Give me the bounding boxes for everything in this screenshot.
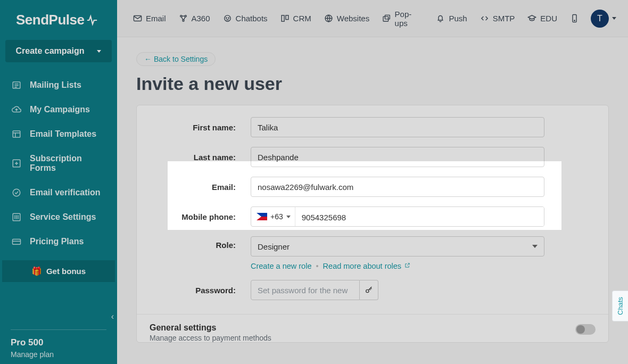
graduation-icon [527,14,536,23]
phone-icon[interactable] [570,14,579,23]
cloud-upload-icon [12,105,21,114]
topnav-item-label: Push [449,14,467,23]
country-code-text: +63 [270,212,283,221]
form-icon [12,159,21,168]
last-name-input[interactable] [251,147,544,167]
sidebar-item-email-verification[interactable]: Email verification [0,180,117,205]
topnav-item-label: Email [146,14,166,23]
password-label: Password: [150,286,251,295]
row-last-name: Last name: [150,147,596,167]
svg-point-12 [228,18,228,18]
section-general-settings: General settings Manage access to paymen… [150,315,596,342]
bot-icon [223,14,232,23]
credit-card-icon [12,237,21,246]
sidebar-item-label: My Campaigns [30,105,90,114]
topnav-item-label: EDU [540,14,557,23]
create-campaign-label: Create campaign [16,46,85,56]
collapse-sidebar-button[interactable]: ‹ [111,312,114,321]
topnav-websites[interactable]: Websites [324,14,369,23]
create-role-link[interactable]: Create a new role [251,262,311,270]
last-name-label: Last name: [150,153,251,162]
email-input[interactable] [251,177,544,197]
sidebar-item-my-campaigns[interactable]: My Campaigns [0,97,117,122]
create-campaign-button[interactable]: Create campaign [5,40,112,62]
mail-icon [133,14,142,23]
sidebar-item-email-templates[interactable]: Email Templates [0,122,117,146]
separator-dot: • [316,262,318,270]
row-first-name: First name: [150,117,596,137]
sidebar-item-service-settings[interactable]: Service Settings [0,205,117,229]
svg-point-9 [182,20,184,21]
get-bonus-button[interactable]: 🎁 Get bonus [2,260,115,282]
automation-icon [179,14,188,23]
topnav-item-label: Websites [337,14,369,23]
manage-plan-link[interactable]: Manage plan [11,350,106,359]
kanban-icon [280,14,290,23]
topnav-crm[interactable]: CRM [280,14,311,23]
list-icon [12,80,21,90]
payment-access-toggle[interactable] [575,324,596,335]
topnav-a360[interactable]: A360 [179,14,210,23]
chevron-down-icon [97,50,101,53]
topnav-smtp[interactable]: SMTP [480,14,515,23]
generate-password-button[interactable] [360,280,378,300]
svg-rect-13 [282,15,284,21]
user-menu[interactable]: T [591,10,616,28]
sidebar-item-label: Mailing Lists [30,80,81,90]
bell-icon [436,14,445,23]
read-more-roles-link[interactable]: Read more about roles [323,262,411,270]
topnav-item-label: Pop-ups [395,10,424,28]
role-label: Role: [150,236,251,250]
plan-area: Pro 500 Manage plan [11,329,106,359]
country-code-selector[interactable]: +63 [251,207,295,226]
sidebar: SendPulse Create campaign Mailing Lists … [0,0,117,364]
key-icon [365,286,373,294]
topbar-right: T [570,10,616,28]
svg-rect-1 [13,131,20,137]
back-label: Back to Settings [154,55,208,63]
brand-logo: SendPulse [0,6,117,40]
row-role: Role: Designer Create a new role • Read … [150,236,596,270]
topnav-chatbots[interactable]: Chatbots [223,14,268,23]
password-input[interactable] [251,280,360,300]
phone-label: Mobile phone: [150,212,251,221]
topnav-edu[interactable]: EDU [527,14,557,23]
first-name-input[interactable] [251,117,544,137]
row-password: Password: [150,280,596,300]
sidebar-item-label: Email verification [30,188,101,197]
sidebar-item-label: Service Settings [30,212,96,222]
svg-point-19 [574,20,575,21]
sidebar-item-label: Email Templates [30,129,96,139]
code-icon [480,14,489,23]
svg-rect-17 [385,15,390,19]
brand-text: SendPulse [16,12,84,28]
svg-point-8 [185,15,186,17]
avatar-initial: T [597,14,602,23]
pulse-icon [86,14,98,26]
sidebar-item-pricing-plans[interactable]: Pricing Plans [0,229,117,254]
first-name-label: First name: [150,123,251,132]
role-links: Create a new role • Read more about role… [251,262,544,270]
external-link-icon [404,262,410,268]
row-email: Email: [150,177,596,197]
topnav-popups[interactable]: Pop-ups [382,10,423,28]
chevron-down-icon [612,17,616,20]
sidebar-item-subscription-forms[interactable]: Subscription Forms [0,146,117,180]
sidebar-item-label: Subscription Forms [30,154,105,173]
phone-number-input[interactable] [295,207,544,227]
svg-point-7 [180,15,181,17]
topnav-item-label: Chatbots [236,14,268,23]
section-title: General settings [150,323,271,333]
topnav-item-label: A360 [192,14,210,23]
sidebar-item-mailing-lists[interactable]: Mailing Lists [0,73,117,97]
template-icon [12,129,21,139]
topnav-push[interactable]: Push [436,14,467,23]
row-phone: Mobile phone: +63 [150,206,596,227]
back-to-settings-link[interactable]: ←Back to Settings [136,52,216,66]
bonus-label: Get bonus [46,267,86,276]
popup-icon [382,14,391,23]
topnav-email[interactable]: Email [133,14,166,23]
page-title: Invite a new user [136,73,609,94]
chats-tab[interactable]: Chats [612,291,628,321]
role-select[interactable]: Designer [251,236,544,257]
